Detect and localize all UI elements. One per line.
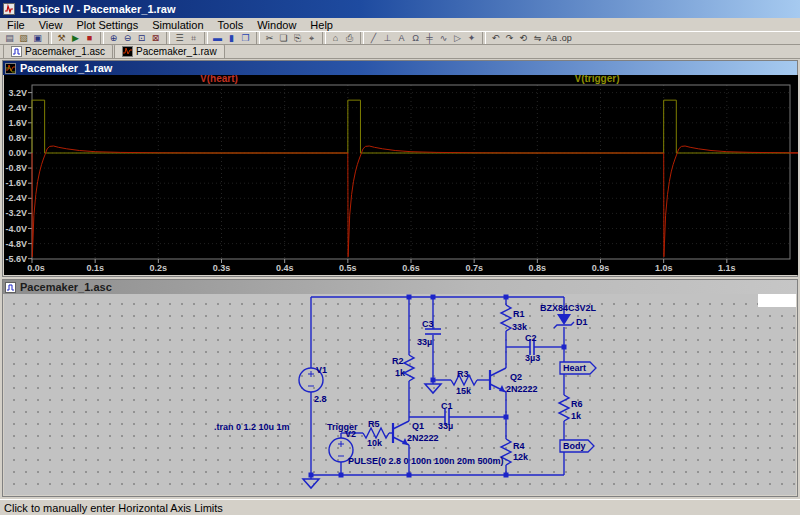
- schematic-canvas[interactable]: HeartBody.tran 0 1.2 10u 1mV12.8TriggerV…: [4, 294, 796, 495]
- schematic-label[interactable]: 1k: [395, 368, 406, 378]
- ground-symbol[interactable]: [303, 479, 319, 488]
- rotate-icon[interactable]: ⟲: [517, 32, 530, 44]
- undo-icon[interactable]: ↶: [489, 32, 502, 44]
- legend-v-heart[interactable]: V(heart): [200, 75, 238, 84]
- component-tool-icon[interactable]: ✦: [465, 32, 478, 44]
- schematic-label[interactable]: 12k: [513, 452, 529, 462]
- open-file-icon[interactable]: ▧: [17, 32, 30, 44]
- control-panel-icon[interactable]: ⚒: [55, 32, 68, 44]
- legend-v-trigger[interactable]: V(trigger): [575, 75, 620, 84]
- junction-dot: [504, 295, 509, 300]
- schematic-label[interactable]: R1: [513, 309, 525, 319]
- schematic-label[interactable]: R5: [368, 419, 380, 429]
- redo-icon[interactable]: ↷: [503, 32, 516, 44]
- component-r5[interactable]: [363, 428, 389, 438]
- schematic-label[interactable]: R3: [457, 369, 469, 379]
- schematic-label[interactable]: 33k: [512, 322, 528, 332]
- wire-tool-icon[interactable]: ╱: [367, 32, 380, 44]
- waveform-plot[interactable]: 3.2V2.4V1.6V0.8V0.0V-0.8V-1.6V-2.4V-3.2V…: [4, 75, 798, 275]
- save-icon[interactable]: ▣: [31, 32, 44, 44]
- new-schematic-icon[interactable]: ▤: [3, 32, 16, 44]
- menu-item-help[interactable]: Help: [303, 19, 340, 31]
- waveform-window-title-bar: Pacemaker_1.raw: [3, 61, 797, 75]
- print-setup-icon[interactable]: ⌂: [329, 32, 342, 44]
- menu-item-simulation[interactable]: Simulation: [145, 19, 210, 31]
- schematic-label[interactable]: 3µ3: [525, 353, 540, 363]
- schematic-label[interactable]: V2: [345, 429, 356, 439]
- component-q2[interactable]: [490, 368, 506, 392]
- net-flag-heart[interactable]: Heart: [560, 362, 596, 374]
- schematic-label[interactable]: Q2: [510, 372, 522, 382]
- paste-icon[interactable]: ⎘: [291, 32, 304, 44]
- run-simulation-icon[interactable]: ▶: [69, 32, 82, 44]
- tab-pacemaker-raw[interactable]: Pacemaker_1.raw: [114, 44, 225, 58]
- error-log-icon[interactable]: ⌗: [187, 32, 200, 44]
- component-c3[interactable]: [425, 329, 441, 334]
- resistor-body[interactable]: [363, 428, 389, 438]
- zoom-pan-icon[interactable]: ⊠: [149, 32, 162, 44]
- ground-tool-icon[interactable]: ⊥: [381, 32, 394, 44]
- schematic-label[interactable]: PULSE(0 2.8 0 100n 100n 20m 500m): [348, 456, 504, 466]
- waveform-pane[interactable]: [4, 75, 798, 275]
- schematic-label[interactable]: BZX84C3V2L: [540, 303, 597, 313]
- schematic-label[interactable]: D1: [576, 317, 588, 327]
- zoom-full-extents-icon[interactable]: ⊡: [135, 32, 148, 44]
- halt-simulation-icon[interactable]: ■: [83, 32, 96, 44]
- schematic-label[interactable]: C3: [422, 319, 434, 329]
- schematic-label[interactable]: C2: [525, 333, 537, 343]
- schematic-label[interactable]: 2N2222: [407, 433, 439, 443]
- resistor-body[interactable]: [404, 355, 414, 381]
- schematic-label[interactable]: C1: [441, 401, 453, 411]
- copy-icon[interactable]: ❏: [277, 32, 290, 44]
- ground-symbol[interactable]: [425, 384, 441, 393]
- spice-directive-icon[interactable]: .op: [559, 32, 572, 44]
- capacitor-tool-icon[interactable]: ╪: [423, 32, 436, 44]
- menu-item-plot-settings[interactable]: Plot Settings: [69, 19, 145, 31]
- menu-item-window[interactable]: Window: [250, 19, 303, 31]
- toolbar-separator: [322, 32, 326, 44]
- menu-item-file[interactable]: File: [0, 19, 32, 31]
- component-r1[interactable]: [501, 305, 511, 331]
- tile-vertical-icon[interactable]: ▮: [225, 32, 238, 44]
- label-tool-icon[interactable]: A: [395, 32, 408, 44]
- zoom-back-icon[interactable]: ⊖: [121, 32, 134, 44]
- find-icon[interactable]: ⌖: [305, 32, 318, 44]
- menu-item-tools[interactable]: Tools: [211, 19, 251, 31]
- schematic-label[interactable]: 15k: [456, 386, 472, 396]
- npn-collector[interactable]: [393, 421, 409, 429]
- inductor-tool-icon[interactable]: ∿: [437, 32, 450, 44]
- schematic-label[interactable]: Q1: [412, 421, 424, 431]
- diode-tool-icon[interactable]: ▷: [451, 32, 464, 44]
- resistor-tool-icon[interactable]: Ω: [409, 32, 422, 44]
- schematic-label[interactable]: R2: [392, 356, 404, 366]
- schematic-label[interactable]: 1k: [571, 411, 582, 421]
- zoom-area-icon[interactable]: ⊕: [107, 32, 120, 44]
- tile-horizontal-icon[interactable]: ▬: [211, 32, 224, 44]
- waveform-file-icon: [122, 46, 133, 57]
- schematic-label[interactable]: 33µ: [438, 421, 453, 431]
- component-r6[interactable]: [559, 395, 569, 421]
- menu-item-view[interactable]: View: [32, 19, 70, 31]
- schematic-label[interactable]: 33µ: [417, 337, 432, 347]
- print-icon[interactable]: ⎙: [343, 32, 356, 44]
- npn-collector[interactable]: [490, 368, 506, 376]
- schematic-label[interactable]: 2.8: [314, 394, 327, 404]
- schematic-label[interactable]: R4: [513, 441, 525, 451]
- schematic-label[interactable]: 10k: [367, 438, 383, 448]
- schematic-label[interactable]: V1: [316, 365, 327, 375]
- cut-icon[interactable]: ✂: [263, 32, 276, 44]
- resistor-body[interactable]: [501, 305, 511, 331]
- net-flag-body[interactable]: Body: [560, 440, 594, 452]
- schematic-label[interactable]: 2N2222: [506, 384, 538, 394]
- schematic-label[interactable]: .tran 0 1.2 10u 1m: [214, 422, 290, 432]
- resistor-body[interactable]: [559, 395, 569, 421]
- schematic-label[interactable]: R6: [571, 399, 583, 409]
- cascade-windows-icon[interactable]: ❐: [239, 32, 252, 44]
- component-d1[interactable]: [554, 314, 574, 328]
- zener-triangle[interactable]: [557, 314, 571, 325]
- spice-netlist-icon[interactable]: ☰: [173, 32, 186, 44]
- mirror-icon[interactable]: ⇋: [531, 32, 544, 44]
- component-r2[interactable]: [404, 355, 414, 381]
- text-tool-icon[interactable]: Aa: [545, 32, 558, 44]
- tab-pacemaker-asc[interactable]: Pacemaker_1.asc: [3, 44, 113, 58]
